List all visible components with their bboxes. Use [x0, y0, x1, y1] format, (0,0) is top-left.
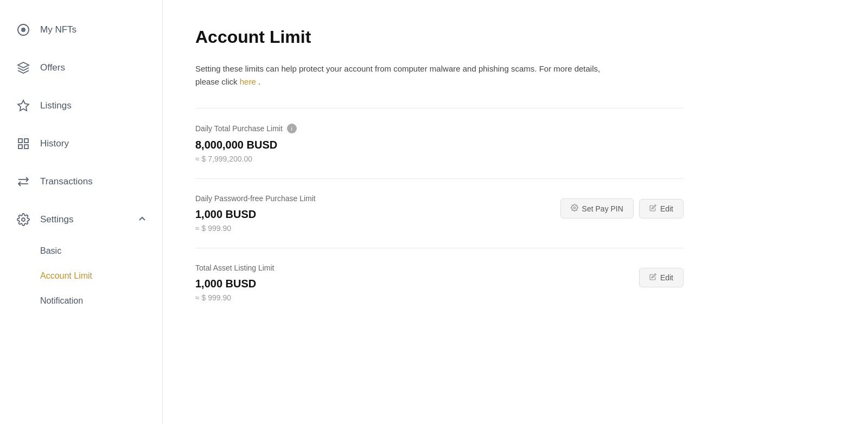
daily-password-free-limit-value: 1,000 BUSD — [195, 208, 560, 221]
submenu-item-basic[interactable]: Basic — [0, 239, 162, 264]
svg-rect-6 — [24, 145, 28, 149]
sidebar-item-label: My NFTs — [40, 24, 76, 35]
sidebar-item-offers[interactable]: Offers — [0, 49, 162, 87]
svg-point-8 — [573, 207, 576, 209]
history-icon — [16, 137, 30, 151]
main-content: Account Limit Setting these limits can h… — [163, 0, 868, 424]
submenu-item-notification[interactable]: Notification — [0, 288, 162, 313]
sidebar-item-label: History — [40, 138, 69, 149]
edit-icon — [649, 204, 656, 213]
svg-marker-2 — [18, 100, 29, 111]
svg-point-7 — [22, 218, 25, 221]
edit-icon-listing — [649, 273, 656, 282]
daily-password-free-limit-approx: ≈ $ 999.90 — [195, 224, 560, 233]
daily-total-limit-info: Daily Total Purchase Limit i 8,000,000 B… — [195, 124, 684, 163]
total-asset-listing-limit-actions: Edit — [639, 264, 684, 287]
set-pay-pin-label: Set Pay PIN — [582, 204, 623, 213]
description-link[interactable]: here — [240, 77, 256, 86]
edit-label-listing: Edit — [660, 273, 673, 282]
nft-icon — [16, 23, 30, 37]
sidebar-item-label: Settings — [40, 214, 73, 225]
svg-rect-3 — [18, 139, 22, 143]
daily-password-free-limit-label: Daily Password-free Purchase Limit — [195, 194, 560, 203]
daily-password-free-limit-info: Daily Password-free Purchase Limit 1,000… — [195, 194, 560, 233]
total-asset-listing-limit-row: Total Asset Listing Limit 1,000 BUSD ≈ $… — [195, 264, 684, 302]
daily-total-limit-value: 8,000,000 BUSD — [195, 139, 684, 151]
sidebar-item-transactions[interactable]: Transactions — [0, 163, 162, 201]
daily-password-free-limit-actions: Set Pay PIN Edit — [560, 194, 684, 219]
info-icon[interactable]: i — [287, 124, 297, 133]
total-asset-listing-limit-section: Total Asset Listing Limit 1,000 BUSD ≈ $… — [195, 248, 684, 317]
daily-total-limit-label: Daily Total Purchase Limit i — [195, 124, 684, 133]
chevron-up-icon — [138, 214, 146, 225]
svg-rect-4 — [24, 139, 28, 143]
page-title: Account Limit — [195, 27, 835, 47]
sidebar-item-settings[interactable]: Settings — [0, 201, 162, 239]
svg-rect-5 — [18, 145, 22, 149]
daily-password-free-limit-section: Daily Password-free Purchase Limit 1,000… — [195, 178, 684, 248]
edit-button-password-free[interactable]: Edit — [639, 199, 684, 219]
daily-total-limit-section: Daily Total Purchase Limit i 8,000,000 B… — [195, 108, 684, 178]
edit-label-password-free: Edit — [660, 204, 673, 213]
sidebar-item-history[interactable]: History — [0, 125, 162, 163]
set-pay-pin-button[interactable]: Set Pay PIN — [560, 198, 634, 219]
gear-icon — [571, 204, 578, 213]
total-asset-listing-limit-info: Total Asset Listing Limit 1,000 BUSD ≈ $… — [195, 264, 639, 302]
sidebar-item-label: Offers — [40, 62, 65, 73]
offers-icon — [16, 61, 30, 75]
settings-icon — [16, 213, 30, 227]
settings-submenu: Basic Account Limit Notification — [0, 239, 162, 313]
daily-total-limit-row: Daily Total Purchase Limit i 8,000,000 B… — [195, 124, 684, 163]
edit-button-listing[interactable]: Edit — [639, 268, 684, 287]
daily-password-free-limit-row: Daily Password-free Purchase Limit 1,000… — [195, 194, 684, 233]
sidebar-item-listings[interactable]: Listings — [0, 87, 162, 125]
total-asset-listing-limit-approx: ≈ $ 999.90 — [195, 293, 639, 302]
description-text: Setting these limits can help protect yo… — [195, 62, 618, 88]
total-asset-listing-limit-label: Total Asset Listing Limit — [195, 264, 639, 272]
transactions-icon — [16, 175, 30, 189]
sidebar-item-label: Transactions — [40, 176, 93, 187]
sidebar-item-my-nfts[interactable]: My NFTs — [0, 11, 162, 49]
daily-total-limit-approx: ≈ $ 7,999,200.00 — [195, 155, 684, 163]
submenu-item-account-limit[interactable]: Account Limit — [0, 264, 162, 288]
listings-icon — [16, 99, 30, 113]
sidebar-item-label: Listings — [40, 100, 72, 111]
total-asset-listing-limit-value: 1,000 BUSD — [195, 278, 639, 290]
sidebar: My NFTs Offers Listings — [0, 0, 163, 424]
